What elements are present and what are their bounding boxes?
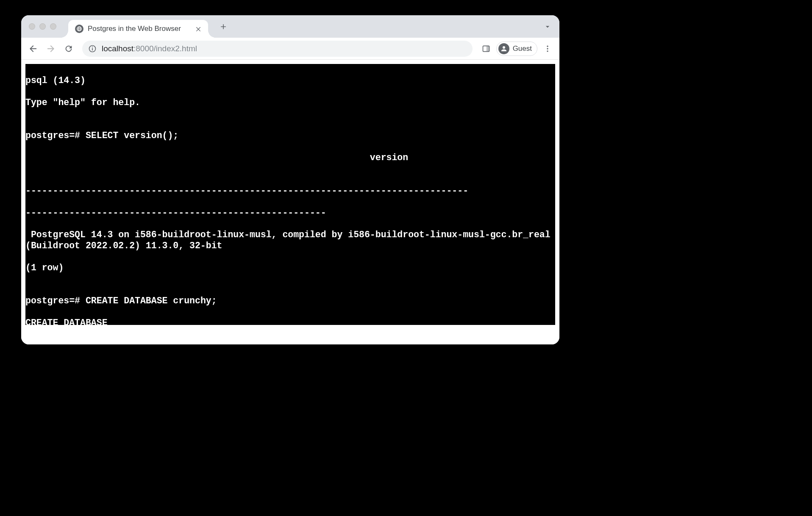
svg-rect-4 [486, 46, 489, 51]
globe-icon [75, 25, 83, 33]
side-panel-button[interactable] [478, 41, 494, 56]
svg-point-5 [547, 45, 548, 47]
url-text: localhost:8000/index2.html [102, 44, 197, 53]
sql-command: SELECT version(); [86, 130, 178, 141]
terminal-line: version [25, 152, 555, 163]
url-host: localhost [102, 44, 133, 53]
tabs-dropdown-button[interactable] [541, 20, 554, 33]
svg-point-7 [547, 50, 548, 52]
tab-title: Postgres in the Web Browser [88, 25, 190, 33]
back-button[interactable] [25, 41, 41, 56]
browser-menu-button[interactable] [540, 41, 555, 56]
profile-button[interactable]: Guest [496, 42, 537, 56]
person-icon [498, 43, 509, 54]
terminal-line: (1 row) [25, 262, 555, 273]
page-content: psql (14.3) Type "help" for help. postgr… [21, 60, 559, 344]
terminal-line: CREATE DATABASE [25, 317, 555, 325]
browser-window: Postgres in the Web Browser [21, 15, 559, 344]
browser-toolbar: localhost:8000/index2.html Guest [21, 38, 559, 60]
tab-close-button[interactable] [195, 25, 202, 33]
forward-button[interactable] [43, 41, 58, 56]
window-zoom-button[interactable] [50, 23, 56, 30]
terminal-line: postgres=# SELECT version(); [25, 130, 555, 141]
terminal-line: psql (14.3) [25, 75, 555, 86]
terminal-line: PostgreSQL 14.3 on i586-buildroot-linux-… [25, 229, 555, 251]
terminal-line: postgres=# CREATE DATABASE crunchy; [25, 295, 555, 306]
tab-strip: Postgres in the Web Browser [21, 15, 559, 38]
svg-rect-2 [92, 47, 93, 47]
terminal-rule: ----------------------------------------… [25, 185, 555, 196]
reload-button[interactable] [61, 41, 76, 56]
url-path: :8000/index2.html [133, 44, 197, 53]
svg-point-6 [547, 48, 548, 49]
terminal-line: Type "help" for help. [25, 97, 555, 108]
window-minimize-button[interactable] [39, 23, 46, 30]
browser-tab[interactable]: Postgres in the Web Browser [68, 20, 208, 38]
profile-label: Guest [513, 44, 532, 53]
site-info-icon[interactable] [88, 44, 97, 53]
prompt: postgres=# [25, 296, 86, 306]
prompt: postgres=# [25, 130, 86, 141]
svg-rect-1 [92, 48, 93, 50]
address-bar[interactable]: localhost:8000/index2.html [82, 41, 473, 57]
window-controls [29, 23, 56, 30]
window-close-button[interactable] [29, 23, 35, 30]
terminal-rule: ----------------------------------------… [25, 207, 555, 218]
sql-command: CREATE DATABASE crunchy; [86, 296, 217, 306]
new-tab-button[interactable] [217, 20, 230, 33]
terminal[interactable]: psql (14.3) Type "help" for help. postgr… [25, 64, 555, 325]
